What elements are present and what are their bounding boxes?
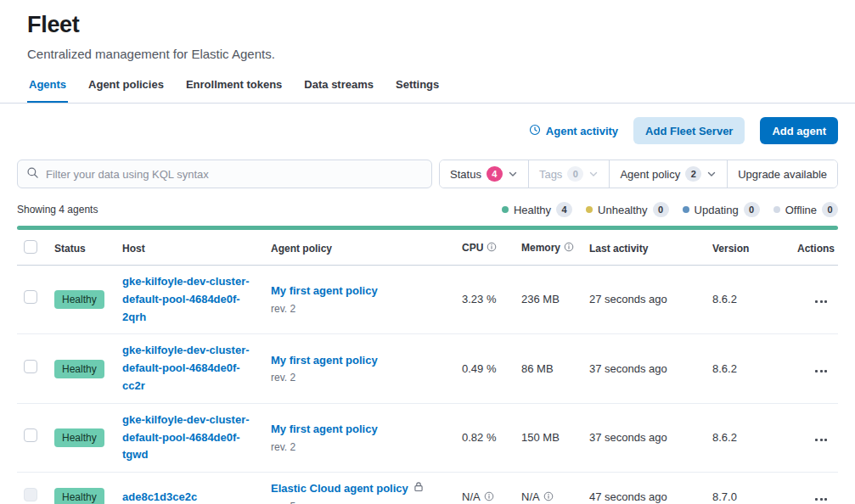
legend-offline-label: Offline	[785, 204, 817, 216]
agent-policy-count-badge: 2	[685, 166, 701, 182]
search-input[interactable]	[46, 168, 423, 181]
summary-row: Showing 4 agents Healthy 4 Unhealthy 0 U…	[17, 202, 838, 217]
agent-policy-link[interactable]: My first agent policy	[271, 283, 378, 300]
version-value: 8.6.2	[706, 334, 790, 403]
header-agent-policy: Agent policy	[264, 232, 455, 266]
agent-activity-button[interactable]: Agent activity	[529, 124, 618, 138]
agent-policy-link[interactable]: My first agent policy	[271, 352, 378, 369]
tags-count-badge: 0	[567, 166, 583, 182]
tab-agent-policies[interactable]: Agent policies	[87, 73, 166, 103]
table-row: Healthy gke-kilfoyle-dev-cluster-default…	[17, 403, 838, 472]
host-link[interactable]: gke-kilfoyle-dev-cluster-default-pool-46…	[122, 273, 257, 326]
filter-agent-policy-label: Agent policy	[620, 168, 680, 181]
tab-data-streams[interactable]: Data streams	[302, 73, 375, 103]
row-actions-button[interactable]	[811, 494, 831, 504]
table-row: Healthy ade8c1d3ce2c Elastic Cloud agent…	[17, 473, 838, 504]
info-circle-icon[interactable]	[564, 242, 574, 255]
chevron-down-icon	[508, 169, 518, 179]
status-count-badge: 4	[487, 166, 503, 182]
tab-enrollment-tokens[interactable]: Enrollment tokens	[184, 73, 284, 103]
filter-status[interactable]: Status 4	[440, 160, 528, 188]
table-header-row: Status Host Agent policy CPU Memory Last…	[17, 232, 838, 266]
legend-updating-label: Updating	[695, 204, 739, 216]
memory-value: N/A	[515, 473, 582, 504]
row-checkbox[interactable]	[24, 290, 37, 304]
chevron-down-icon	[706, 169, 717, 179]
clock-icon	[529, 124, 541, 138]
host-link[interactable]: ade8c1d3ce2c	[122, 489, 197, 504]
header-status: Status	[48, 232, 115, 266]
unhealthy-dot-icon	[586, 206, 593, 213]
page-subtitle: Centralized management for Elastic Agent…	[27, 47, 828, 61]
search-icon	[26, 166, 39, 182]
filter-agent-policy[interactable]: Agent policy 2	[609, 160, 727, 188]
legend-healthy[interactable]: Healthy 4	[502, 202, 572, 217]
policy-revision: rev. 2	[271, 301, 448, 316]
header-host: Host	[115, 232, 264, 266]
last-activity-value: 27 seconds ago	[582, 266, 706, 334]
filter-group: Status 4 Tags 0 Agent policy 2 Upgrade a…	[439, 160, 838, 188]
header-memory: Memory	[515, 232, 582, 266]
tab-settings[interactable]: Settings	[394, 73, 441, 103]
legend-updating[interactable]: Updating 0	[683, 202, 760, 217]
memory-value: 236 MB	[515, 266, 582, 334]
lock-icon	[413, 480, 424, 497]
filter-tags-label: Tags	[539, 168, 562, 181]
select-all-checkbox[interactable]	[24, 240, 37, 254]
row-actions-button[interactable]	[811, 296, 831, 307]
search-and-filters: Status 4 Tags 0 Agent policy 2 Upgrade a…	[17, 160, 838, 188]
cpu-value: 0.82 %	[455, 403, 515, 472]
host-link[interactable]: gke-kilfoyle-dev-cluster-default-pool-46…	[122, 412, 257, 464]
last-activity-value: 37 seconds ago	[582, 403, 706, 472]
last-activity-value: 37 seconds ago	[582, 334, 706, 403]
filter-tags[interactable]: Tags 0	[528, 160, 609, 188]
tabs: Agents Agent policies Enrollment tokens …	[27, 73, 828, 103]
memory-value: 150 MB	[515, 403, 582, 472]
tab-agents[interactable]: Agents	[27, 73, 68, 103]
add-fleet-server-button[interactable]: Add Fleet Server	[633, 117, 745, 144]
legend-offline-count: 0	[822, 202, 838, 217]
filter-upgrade-available[interactable]: Upgrade available	[727, 160, 837, 188]
info-circle-icon[interactable]	[543, 490, 554, 504]
status-badge: Healthy	[54, 360, 104, 378]
agent-policy-link[interactable]: Elastic Cloud agent policy	[271, 480, 408, 497]
info-circle-icon[interactable]	[487, 242, 497, 255]
agents-table: Status Host Agent policy CPU Memory Last…	[17, 232, 838, 504]
legend-healthy-count: 4	[556, 202, 572, 217]
status-badge: Healthy	[54, 428, 104, 447]
updating-dot-icon	[683, 206, 689, 213]
header-actions: Actions	[790, 232, 838, 266]
cpu-value: N/A	[455, 473, 515, 504]
legend-healthy-label: Healthy	[514, 204, 551, 216]
add-agent-button[interactable]: Add agent	[760, 117, 838, 144]
chevron-down-icon	[588, 169, 599, 179]
version-value: 8.6.2	[706, 266, 790, 334]
row-checkbox[interactable]	[24, 428, 37, 442]
last-activity-value: 47 seconds ago	[582, 473, 706, 504]
agents-content: Agent activity Add Fleet Server Add agen…	[0, 104, 855, 504]
fleet-page: Fleet Centralized management for Elastic…	[0, 0, 855, 504]
row-checkbox[interactable]	[24, 360, 37, 373]
policy-revision: rev. 2	[271, 370, 448, 385]
agent-policy-link[interactable]: My first agent policy	[271, 421, 378, 438]
version-value: 8.6.2	[706, 403, 790, 472]
version-value: 8.7.0	[706, 473, 790, 504]
cpu-value: 3.23 %	[455, 266, 515, 334]
toolbar: Agent activity Add Fleet Server Add agen…	[17, 117, 838, 144]
legend-unhealthy[interactable]: Unhealthy 0	[586, 202, 669, 217]
kql-search-box[interactable]	[17, 160, 432, 188]
legend-offline[interactable]: Offline 0	[773, 202, 838, 217]
row-actions-button[interactable]	[811, 434, 831, 445]
info-circle-icon[interactable]	[484, 490, 494, 504]
header-cpu: CPU	[455, 232, 515, 266]
table-row: Healthy gke-kilfoyle-dev-cluster-default…	[17, 266, 838, 334]
header-version: Version	[706, 232, 790, 266]
policy-revision: rev. 2	[271, 440, 448, 455]
tabs-bar: Agents Agent policies Enrollment tokens …	[0, 73, 855, 104]
host-link[interactable]: gke-kilfoyle-dev-cluster-default-pool-46…	[122, 342, 257, 395]
showing-count: Showing 4 agents	[17, 204, 98, 216]
page-header: Fleet Centralized management for Elastic…	[0, 0, 855, 104]
legend-updating-count: 0	[744, 202, 760, 217]
row-actions-button[interactable]	[811, 366, 831, 377]
status-badge: Healthy	[54, 488, 104, 504]
